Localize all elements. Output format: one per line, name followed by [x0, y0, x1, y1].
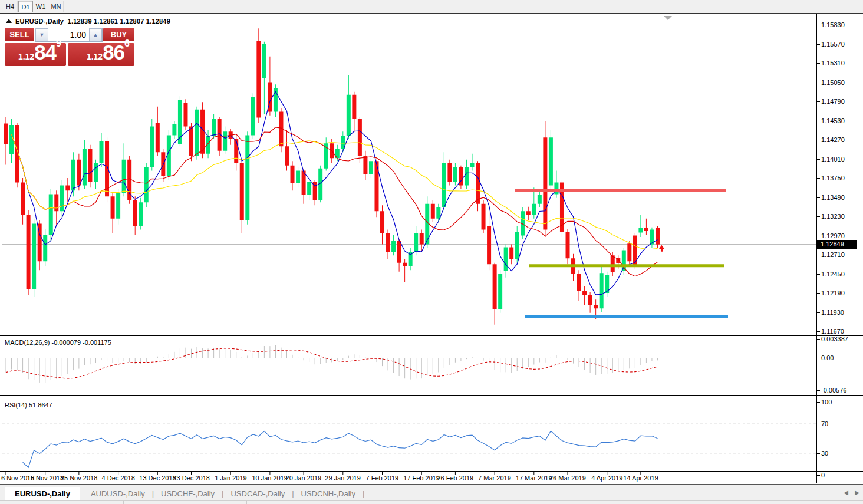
- candle-body: [487, 226, 491, 264]
- candle-body: [296, 171, 300, 183]
- panel-separator[interactable]: [0, 397, 863, 397]
- candle-body: [88, 149, 92, 182]
- panel-separator[interactable]: [0, 335, 863, 336]
- candle-body: [627, 243, 631, 261]
- application-window: H4D1W1MN EURUSD-,Daily 1.12839 1.12861 1…: [0, 0, 863, 504]
- rsi-tick-mark: [817, 475, 820, 476]
- price-tick-label: 1.11670: [821, 328, 844, 335]
- candle-body: [498, 274, 502, 309]
- candle-body: [200, 110, 205, 154]
- date-tick-label: 4 Dec 2018: [102, 475, 135, 482]
- rsi-tick-label: 30: [821, 450, 828, 457]
- candle-body: [543, 137, 547, 229]
- macd-tick-label: -0.00576: [821, 387, 846, 394]
- date-tick-label: 20 Jan 2019: [286, 475, 322, 482]
- candle-body: [447, 163, 452, 182]
- price-tick-label: 1.15830: [821, 21, 845, 28]
- price-tick-label: 1.12710: [821, 251, 845, 258]
- candle-body: [65, 186, 70, 191]
- status-cell-divider: [246, 501, 247, 504]
- price-tick-mark: [817, 197, 820, 198]
- price-axis-border: [816, 14, 817, 483]
- candle-body: [4, 124, 8, 144]
- tab-usdcnh-daily[interactable]: USDCNH-,Daily: [294, 487, 363, 500]
- support-line[interactable]: [525, 315, 728, 318]
- tab-usdchf-daily[interactable]: USDCHF-,Daily: [154, 487, 222, 500]
- candle-body: [532, 204, 536, 215]
- tab-separator: |: [363, 489, 364, 498]
- rsi-label: RSI(14) 51.8647: [5, 401, 52, 409]
- candle-body: [431, 204, 435, 219]
- tab-audusd-daily[interactable]: AUDUSD-,Daily: [84, 487, 152, 500]
- candle-body: [256, 41, 261, 118]
- candle-body: [212, 119, 216, 136]
- date-tick-label: 17 Feb 2019: [403, 475, 440, 482]
- tab-eurusd-daily[interactable]: EURUSD-,Daily: [5, 487, 80, 500]
- macd-tick-mark: [817, 358, 820, 358]
- price-tick-mark: [817, 101, 820, 102]
- rsi-line: [23, 431, 658, 467]
- chart-shift-marker-icon[interactable]: [664, 16, 672, 20]
- price-tick-mark: [817, 255, 820, 255]
- panel-separator[interactable]: [0, 395, 863, 396]
- rsi-tick-label: 0: [821, 472, 825, 479]
- candle-body: [307, 182, 311, 195]
- candle-body: [234, 139, 238, 163]
- date-tick-label: 15 Nov 2018: [27, 475, 64, 482]
- status-bar: [0, 500, 863, 504]
- candle-body: [183, 103, 187, 127]
- candle-body: [133, 200, 137, 226]
- candle-body: [453, 167, 457, 182]
- price-tick-label: 1.13230: [821, 213, 845, 220]
- candle-body: [285, 146, 289, 166]
- price-tick-mark: [817, 274, 820, 275]
- macd-signal-line: [6, 348, 658, 378]
- candle-body: [566, 232, 570, 258]
- chart-tab-bar: EURUSD-,DailyAUDUSD-,Daily|USDCHF-,Daily…: [0, 485, 863, 500]
- candle-body: [470, 163, 474, 167]
- candle-body: [515, 232, 519, 259]
- date-tick-label: 25 Nov 2018: [61, 475, 97, 482]
- candle-body: [436, 207, 440, 219]
- price-tick-label: 1.14530: [821, 117, 845, 124]
- macd-tick-label: 0.00: [821, 354, 834, 361]
- tab-scroll-left-icon[interactable]: ◀: [842, 489, 850, 497]
- candle-body: [549, 137, 553, 185]
- candle-body: [43, 235, 47, 261]
- sell-price-button[interactable]: 1.12849: [5, 43, 66, 66]
- buy-price-button[interactable]: 1.12866: [68, 43, 134, 66]
- price-tick-label: 1.11930: [821, 309, 844, 316]
- mid-support-line[interactable]: [529, 264, 724, 267]
- candle-body: [554, 183, 558, 195]
- tab-usdcad-daily[interactable]: USDCAD-,Daily: [223, 487, 292, 500]
- tab-scroll-right-icon[interactable]: ▶: [853, 489, 861, 497]
- status-cell-divider: [308, 501, 308, 504]
- chart-title: EURUSD-,Daily 1.12839 1.12861 1.12807 1.…: [6, 18, 170, 25]
- status-cell-divider: [370, 501, 370, 504]
- candle-body: [391, 241, 396, 252]
- candle-body: [476, 163, 480, 204]
- buy-price-prefix: 1.12: [87, 52, 103, 61]
- candle-body: [262, 44, 266, 78]
- resistance-line[interactable]: [515, 189, 726, 192]
- candle-body: [656, 228, 660, 245]
- collapse-panel-icon[interactable]: [6, 19, 12, 23]
- candle-body: [369, 161, 373, 174]
- candle-body: [150, 127, 154, 167]
- rsi-tick-mark: [817, 453, 820, 454]
- date-tick-label: 1 Jan 2019: [215, 475, 246, 482]
- buy-price-sup: 6: [124, 38, 130, 48]
- price-tick-mark: [817, 216, 820, 217]
- candle-body: [49, 195, 53, 235]
- price-tick-mark: [817, 312, 820, 313]
- candle-body: [526, 211, 531, 215]
- candle-body: [386, 233, 390, 252]
- panel-separator[interactable]: [0, 334, 863, 334]
- rsi-tick-label: 70: [821, 420, 828, 427]
- candle-body: [414, 233, 418, 252]
- price-tick-label: 1.12450: [821, 271, 845, 278]
- date-tick-label: 7 Feb 2019: [366, 475, 399, 482]
- candle-body: [363, 156, 367, 174]
- one-click-trading-panel: SELL ▼ 1.00 ▲ BUY 1.12849 1.12866: [5, 28, 134, 66]
- price-tick-mark: [817, 159, 820, 160]
